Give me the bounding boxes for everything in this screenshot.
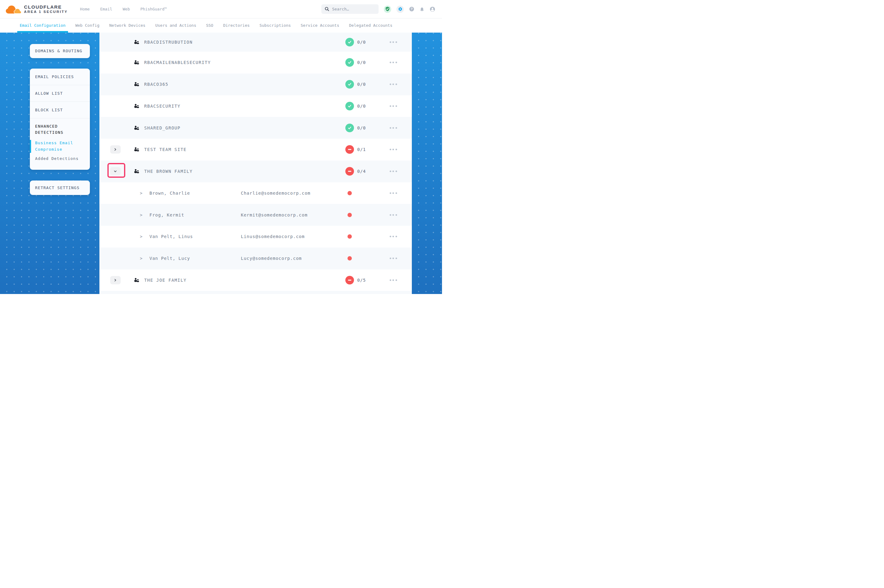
directory-group-list: RBACDISTRUBUTION0/0RBACMAILENABLESECURIT…	[99, 33, 412, 294]
group-people-icon	[134, 126, 140, 130]
sidebar-item-business-email-compromise[interactable]: Business Email Compromise	[30, 140, 85, 153]
member-chevron-icon[interactable]: >	[140, 213, 143, 218]
status-ok-badge	[345, 38, 354, 46]
group-name: TEST TEAM SITE	[144, 147, 187, 152]
row-actions-menu-button[interactable]	[390, 84, 397, 85]
tab-web-config[interactable]: Web Config	[75, 18, 99, 33]
search-icon	[325, 7, 329, 11]
sidebar-label: ALLOW LIST	[35, 91, 63, 96]
sidebar-item-allow-list[interactable]: ALLOW LIST	[30, 85, 90, 102]
row-actions-menu-button[interactable]	[390, 149, 397, 150]
sidebar-label: DOMAINS & ROUTING	[35, 49, 82, 53]
sidebar-label: EMAIL POLICIES	[35, 74, 74, 79]
row-actions-menu-button[interactable]	[390, 236, 397, 237]
table-row-group: RBACSECURITY0/0	[99, 95, 412, 117]
group-people-icon	[134, 278, 140, 283]
table-row-group: TEST TEAM SITE0/1	[99, 139, 412, 160]
primary-nav: HomeEmailWebPhishGuard™	[80, 7, 167, 11]
row-actions-menu-button[interactable]	[390, 62, 397, 63]
search-input[interactable]	[332, 7, 375, 11]
group-people-icon	[134, 60, 140, 65]
member-chevron-icon[interactable]: >	[140, 234, 143, 239]
row-actions-menu-button[interactable]	[390, 171, 397, 172]
status-ok-badge	[345, 124, 354, 132]
gear-icon[interactable]	[397, 6, 404, 13]
group-people-icon	[134, 169, 140, 174]
status-dot	[347, 191, 352, 195]
row-actions-menu-button[interactable]	[390, 41, 397, 43]
settings-tab-bar: Email ConfigurationWeb ConfigNetwork Dev…	[0, 18, 442, 33]
row-actions-menu-button[interactable]	[390, 192, 397, 194]
page-body: DOMAINS & ROUTING EMAIL POLICIES ALLOW L…	[0, 33, 442, 294]
tab-users-and-actions[interactable]: Users and Actions	[155, 18, 196, 33]
cloudflare-cloud-icon	[6, 4, 21, 14]
member-count: 0/0	[357, 40, 366, 45]
group-name: THE BROWN FAMILY	[144, 169, 193, 174]
expand-group-button[interactable]	[110, 276, 121, 284]
partial-next-row	[99, 291, 412, 294]
member-email: Linus@somedemocorp.com	[241, 234, 305, 239]
group-name: RBACMAILENABLESECURITY	[144, 60, 211, 65]
tab-subscriptions[interactable]: Subscriptions	[260, 18, 291, 33]
table-row-group: RBACDISTRUBUTION0/0	[99, 33, 412, 52]
tab-delegated-accounts[interactable]: Delegated Accounts	[349, 18, 392, 33]
group-name: RBACO365	[144, 82, 169, 87]
member-name: Frog, Kermit	[150, 213, 184, 218]
tab-network-devices[interactable]: Network Devices	[109, 18, 145, 33]
tab-sso[interactable]: SSO	[206, 18, 213, 33]
status-ok-badge	[345, 80, 354, 88]
sidebar-label: BLOCK LIST	[35, 108, 63, 112]
sidebar-item-email-policies[interactable]: EMAIL POLICIES	[30, 69, 90, 85]
member-chevron-icon[interactable]: >	[140, 190, 143, 196]
table-row-member: >Frog, KermitKermit@somedemocorp.com	[99, 204, 412, 226]
member-email: Kermit@somedemocorp.com	[241, 213, 308, 218]
sidebar-item-domains-routing[interactable]: DOMAINS & ROUTING	[30, 44, 90, 58]
help-icon[interactable]: ?	[409, 6, 414, 12]
collapse-group-button[interactable]	[110, 167, 121, 176]
group-name: RBACSECURITY	[144, 104, 181, 108]
member-name: Brown, Charlie	[150, 190, 190, 196]
member-count: 0/5	[357, 278, 366, 283]
sidebar-item-enhanced-detections[interactable]: ENHANCED DETECTIONS	[35, 123, 85, 136]
member-count: 0/4	[357, 169, 366, 174]
member-email: Charlie@somedemocorp.com	[241, 190, 311, 196]
row-actions-menu-button[interactable]	[390, 105, 397, 107]
sidebar-item-retract-settings[interactable]: RETRACT SETTINGS	[30, 180, 90, 195]
tab-email-configuration[interactable]: Email Configuration	[20, 18, 66, 33]
expand-group-button[interactable]	[110, 146, 121, 154]
bell-icon[interactable]	[419, 7, 424, 12]
brand-subtitle: AREA 1 SECURITY	[24, 10, 68, 14]
nav-item-email[interactable]: Email	[100, 7, 112, 11]
group-name: THE JOE FAMILY	[144, 278, 187, 283]
member-email: Lucy@somedemocorp.com	[241, 256, 302, 261]
status-blocked-badge	[345, 276, 354, 285]
table-row-group: THE BROWN FAMILY0/4	[99, 160, 412, 182]
nav-item-web[interactable]: Web	[123, 7, 130, 11]
member-count: 0/0	[357, 126, 366, 130]
member-chevron-icon[interactable]: >	[140, 256, 143, 261]
tab-service-accounts[interactable]: Service Accounts	[301, 18, 339, 33]
tab-directories[interactable]: Directories	[223, 18, 250, 33]
user-icon[interactable]	[430, 6, 435, 12]
row-actions-menu-button[interactable]	[390, 258, 397, 259]
member-count: 0/0	[357, 60, 366, 65]
table-row-group: RBACO3650/0	[99, 74, 412, 95]
status-blocked-badge	[345, 167, 354, 176]
nav-item-phishguard[interactable]: PhishGuard™	[140, 7, 167, 11]
member-count: 0/0	[357, 104, 366, 108]
shield-check-icon[interactable]	[384, 6, 391, 13]
sidebar-item-added-detections[interactable]: Added Detections	[35, 156, 85, 161]
member-count: 0/0	[357, 82, 366, 87]
status-dot	[347, 213, 352, 217]
brand-name: CLOUDFLARE	[24, 4, 68, 10]
group-people-icon	[134, 40, 140, 45]
table-row-group: THE JOE FAMILY0/5	[99, 269, 412, 291]
nav-item-home[interactable]: Home	[80, 7, 90, 11]
table-row-member: >Brown, CharlieCharlie@somedemocorp.com	[99, 182, 412, 204]
row-actions-menu-button[interactable]	[390, 214, 397, 216]
row-actions-menu-button[interactable]	[390, 279, 397, 281]
row-actions-menu-button[interactable]	[390, 127, 397, 129]
group-name: SHARED_GROUP	[144, 126, 181, 130]
search-box[interactable]	[321, 4, 379, 14]
sidebar-item-block-list[interactable]: BLOCK LIST	[30, 102, 90, 118]
